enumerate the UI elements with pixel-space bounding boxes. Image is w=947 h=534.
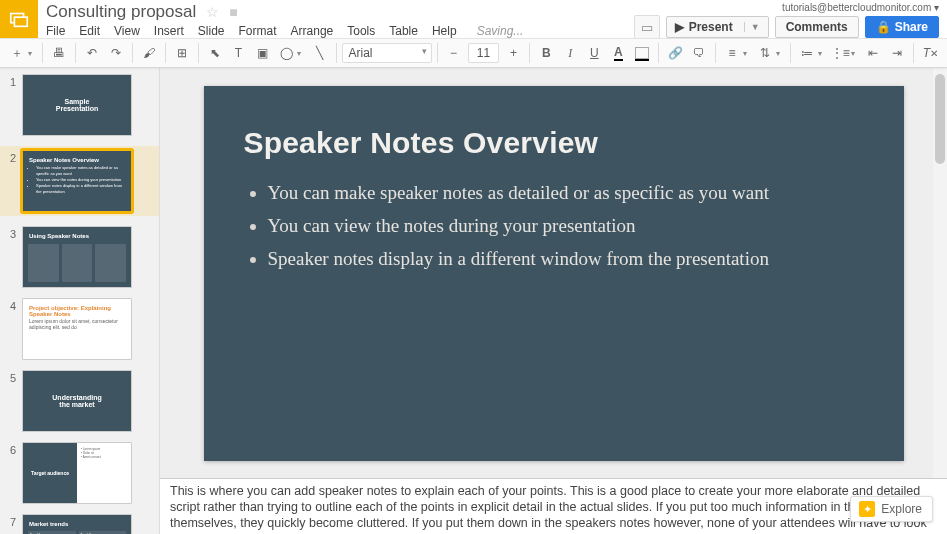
print-button[interactable]: 🖶	[48, 41, 70, 65]
slide-number: 5	[6, 370, 16, 432]
document-title[interactable]: Consulting proposal	[46, 2, 196, 22]
slide-title[interactable]: Speaker Notes Overview	[244, 126, 864, 160]
undo-button[interactable]: ↶	[81, 41, 103, 65]
menu-arrange[interactable]: Arrange	[291, 24, 334, 38]
hangouts-button[interactable]: ▭	[634, 15, 660, 39]
comments-button[interactable]: Comments	[775, 16, 859, 38]
slide-thumbnail[interactable]: 2 Speaker Notes Overview You can make sp…	[0, 146, 159, 216]
clear-formatting-button[interactable]: T✕	[919, 41, 941, 65]
explore-icon: ✦	[859, 501, 875, 517]
lock-icon: 🔒	[876, 20, 891, 34]
italic-button[interactable]: I	[559, 41, 581, 65]
speaker-notes[interactable]: This is where you can add speaker notes …	[160, 478, 947, 534]
bold-button[interactable]: B	[535, 41, 557, 65]
play-icon: ▶	[675, 20, 684, 34]
slide-thumbnail[interactable]: 1 Sample Presentation	[6, 74, 153, 136]
numbered-list-button[interactable]: ≔	[796, 41, 818, 65]
menu-tools[interactable]: Tools	[347, 24, 375, 38]
slide-panel[interactable]: 1 Sample Presentation 2 Speaker Notes Ov…	[0, 68, 160, 534]
menu-table[interactable]: Table	[389, 24, 418, 38]
increase-indent-button[interactable]: ⇥	[886, 41, 908, 65]
insert-comment-button[interactable]: 🗨	[688, 41, 710, 65]
slide-thumbnail[interactable]: 3 Using Speaker Notes	[6, 226, 153, 288]
slide-number: 7	[6, 514, 16, 534]
highlight-color-button[interactable]	[631, 41, 653, 65]
slide-number: 6	[6, 442, 16, 504]
menu-format[interactable]: Format	[239, 24, 277, 38]
app-logo[interactable]	[0, 0, 38, 38]
font-family-select[interactable]: Arial	[342, 43, 432, 63]
present-dropdown-icon[interactable]: ▼	[744, 22, 760, 32]
menu-view[interactable]: View	[114, 24, 140, 38]
slide-thumbnail[interactable]: 4 Project objective: Explaining Speaker …	[6, 298, 153, 360]
present-button[interactable]: ▶ Present ▼	[666, 16, 769, 38]
align-button[interactable]: ≡	[721, 41, 743, 65]
slide-number: 1	[6, 74, 16, 136]
redo-button[interactable]: ↷	[105, 41, 127, 65]
menu-file[interactable]: File	[46, 24, 65, 38]
app-header: Consulting proposal ☆ ■ File Edit View I…	[0, 0, 947, 38]
insert-link-button[interactable]: 🔗	[664, 41, 686, 65]
save-status: Saving...	[477, 24, 524, 38]
slide-thumbnail[interactable]: 7 Market trends Trend 1 Trend 2	[6, 514, 153, 534]
font-size-decrease[interactable]: −	[442, 41, 464, 65]
line-spacing-button[interactable]: ⇅	[754, 41, 776, 65]
font-size-increase[interactable]: +	[503, 41, 525, 65]
slide-thumbnail[interactable]: 6 Target audience • Lorem ipsum• Dolor s…	[6, 442, 153, 504]
zoom-button[interactable]: ⊞	[171, 41, 193, 65]
textbox-tool[interactable]: T	[228, 41, 250, 65]
canvas-area: Speaker Notes Overview You can make spea…	[160, 68, 947, 534]
slide-bullet[interactable]: You can make speaker notes as detailed o…	[268, 178, 864, 207]
slide-bullet[interactable]: Speaker notes display in a different win…	[268, 244, 864, 273]
explore-button[interactable]: ✦ Explore	[850, 496, 933, 522]
body: 1 Sample Presentation 2 Speaker Notes Ov…	[0, 68, 947, 534]
line-tool[interactable]: ╲	[309, 41, 331, 65]
shape-tool[interactable]: ◯	[275, 41, 297, 65]
slide-number: 4	[6, 298, 16, 360]
text-color-button[interactable]: A	[607, 41, 629, 65]
decrease-indent-button[interactable]: ⇤	[862, 41, 884, 65]
slide-body[interactable]: You can make speaker notes as detailed o…	[244, 178, 864, 274]
slide-number: 2	[6, 150, 16, 212]
toolbar: ＋▾ 🖶 ↶ ↷ 🖌 ⊞ ⬉ T ▣ ◯▾ ╲ Arial − 11 + B I…	[0, 38, 947, 68]
new-slide-dropdown-icon[interactable]: ▾	[28, 49, 37, 58]
star-icon[interactable]: ☆	[206, 4, 219, 20]
image-tool[interactable]: ▣	[252, 41, 274, 65]
scrollbar-thumb[interactable]	[935, 74, 945, 164]
bulleted-list-button[interactable]: ⋮≡	[829, 41, 851, 65]
font-size-input[interactable]: 11	[468, 43, 498, 63]
slide-thumbnail[interactable]: 5 Understanding the market	[6, 370, 153, 432]
new-slide-button[interactable]: ＋	[6, 41, 28, 65]
account-email[interactable]: tutorials@bettercloudmonitor.com ▾	[782, 2, 939, 13]
slides-icon	[8, 8, 30, 30]
paint-format-button[interactable]: 🖌	[138, 41, 160, 65]
menu-insert[interactable]: Insert	[154, 24, 184, 38]
svg-rect-1	[14, 17, 27, 26]
select-tool[interactable]: ⬉	[204, 41, 226, 65]
menu-help[interactable]: Help	[432, 24, 457, 38]
menu-slide[interactable]: Slide	[198, 24, 225, 38]
share-button[interactable]: 🔒 Share	[865, 16, 939, 38]
underline-button[interactable]: U	[583, 41, 605, 65]
folder-icon[interactable]: ■	[229, 4, 237, 20]
slide-canvas[interactable]: Speaker Notes Overview You can make spea…	[204, 86, 904, 461]
slide-bullet[interactable]: You can view the notes during your prese…	[268, 211, 864, 240]
slide-number: 3	[6, 226, 16, 288]
vertical-scrollbar[interactable]	[933, 68, 947, 478]
menu-edit[interactable]: Edit	[79, 24, 100, 38]
